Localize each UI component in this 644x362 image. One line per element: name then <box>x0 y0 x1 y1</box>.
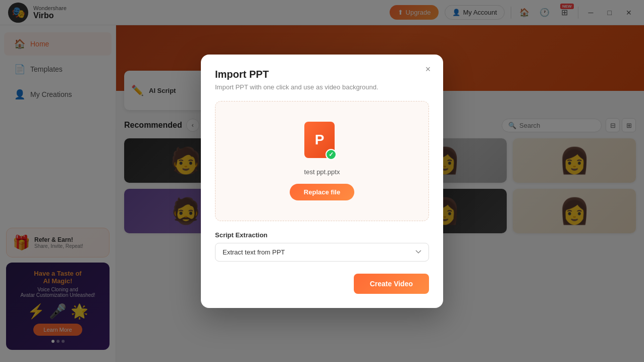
modal-close-button[interactable]: × <box>421 63 435 77</box>
ppt-check-icon: ✓ <box>326 149 337 160</box>
file-name-label: test ppt.pptx <box>226 168 418 176</box>
script-extraction-label: Script Extraction <box>215 231 429 239</box>
script-extraction-select[interactable]: Extract text from PPT No extraction Manu… <box>215 243 429 262</box>
ppt-icon-body: P ✓ <box>304 122 335 158</box>
import-ppt-modal: × Import PPT Import PPT with one click a… <box>201 55 443 308</box>
ppt-file-icon: P ✓ <box>304 122 340 162</box>
create-video-button[interactable]: Create Video <box>354 274 429 294</box>
file-drop-zone[interactable]: P ✓ test ppt.pptx Replace file <box>215 101 429 221</box>
modal-footer: Create Video <box>215 274 429 294</box>
replace-file-button[interactable]: Replace file <box>290 184 354 200</box>
modal-overlay[interactable]: × Import PPT Import PPT with one click a… <box>0 0 644 362</box>
modal-subtitle: Import PPT with one click and use as vid… <box>215 83 429 91</box>
modal-title: Import PPT <box>215 69 429 80</box>
